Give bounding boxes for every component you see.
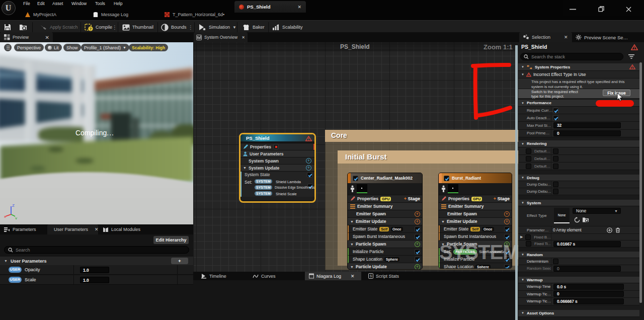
svg-text:y: y bbox=[15, 216, 17, 219]
svg-text:?: ? bbox=[90, 27, 92, 31]
svg-text:U: U bbox=[6, 4, 12, 12]
svg-text:S: S bbox=[370, 274, 372, 278]
svg-text:Z: Z bbox=[12, 203, 15, 208]
svg-text:x: x bbox=[4, 214, 6, 219]
